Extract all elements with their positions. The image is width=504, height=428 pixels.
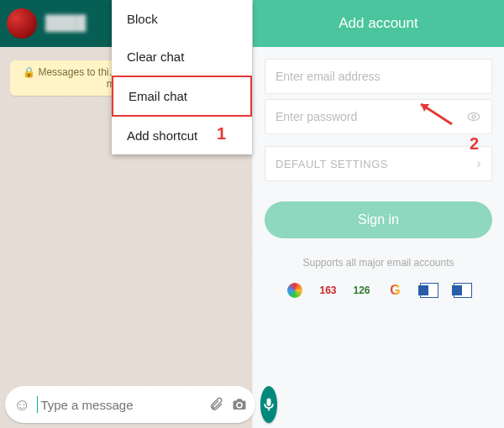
provider-google-icon[interactable]: G (385, 282, 407, 299)
provider-126-icon[interactable]: 126 (351, 282, 373, 299)
overflow-menu: Block Clear chat Email chat Add shortcut (112, 0, 252, 154)
email-field[interactable]: Enter email address (265, 59, 492, 94)
sign-in-button[interactable]: Sign in (265, 201, 492, 238)
provider-icons: 163 126 G (265, 282, 492, 299)
attach-icon[interactable] (208, 397, 223, 412)
add-account-header: Add account (253, 0, 504, 47)
svg-point-0 (468, 113, 480, 121)
menu-item-add-shortcut[interactable]: Add shortcut (112, 117, 252, 154)
page-title: Add account (339, 15, 418, 32)
avatar[interactable] (7, 8, 37, 39)
menu-item-block[interactable]: Block (112, 0, 252, 38)
annotation-marker-2: 2 (470, 134, 479, 154)
email-add-account-screenshot: Add account Enter email address Enter pa… (252, 0, 504, 428)
camera-icon[interactable] (232, 397, 247, 412)
password-placeholder: Enter password (276, 110, 357, 123)
supports-label: Supports all major email accounts (265, 257, 492, 269)
emoji-icon[interactable]: ☺ (13, 395, 30, 415)
form-body: Enter email address Enter password DEFAU… (253, 47, 504, 311)
provider-163-icon[interactable]: 163 (318, 282, 339, 299)
input-bar: ☺ (0, 381, 252, 428)
whatsapp-screenshot: ████ ⋮ Block Clear chat Email chat Add s… (0, 0, 252, 428)
annotation-marker-1: 1 (217, 124, 226, 144)
default-settings-row[interactable]: DEFAULT SETTINGS › (265, 146, 492, 181)
message-input-container[interactable]: ☺ (5, 386, 255, 423)
default-settings-label: DEFAULT SETTINGS (276, 158, 388, 170)
chevron-right-icon: › (476, 156, 481, 171)
provider-qq-icon[interactable] (284, 282, 306, 299)
svg-point-1 (472, 115, 475, 118)
show-password-icon[interactable] (466, 109, 481, 124)
text-cursor (37, 396, 38, 413)
password-field[interactable]: Enter password (265, 99, 492, 134)
provider-outlook-icon[interactable] (418, 282, 440, 299)
provider-exchange-icon[interactable] (452, 282, 474, 299)
annotation-arrow (414, 99, 456, 128)
menu-item-email-chat[interactable]: Email chat (112, 76, 252, 117)
message-input[interactable] (40, 398, 200, 412)
email-placeholder: Enter email address (276, 70, 381, 83)
menu-item-clear-chat[interactable]: Clear chat (112, 38, 252, 76)
